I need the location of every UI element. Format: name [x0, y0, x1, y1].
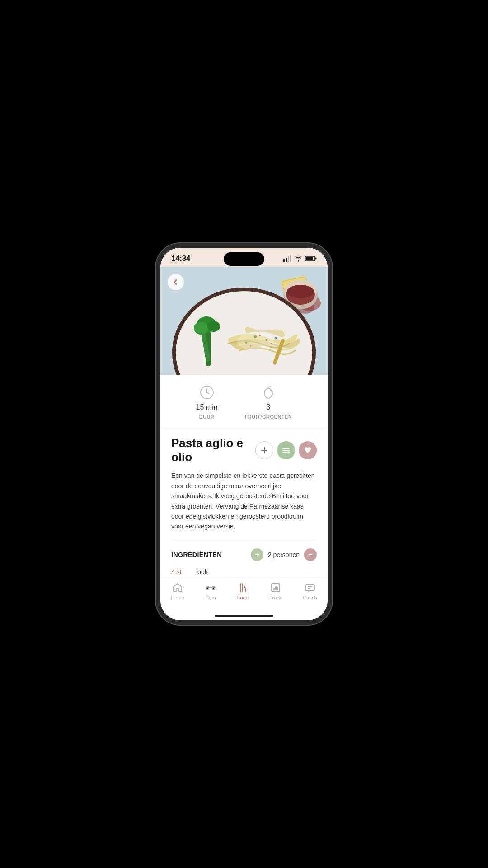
screen: 14:34	[160, 248, 328, 620]
battery-icon	[305, 255, 317, 262]
svg-point-32	[237, 332, 273, 350]
svg-rect-2	[288, 256, 289, 262]
signal-icon	[283, 255, 291, 262]
ingredients-section: INGREDIËNTEN + 2 personen − 4 st look40 …	[160, 539, 328, 576]
svg-point-21	[194, 322, 208, 335]
duration-info: 15 min DUUR	[196, 384, 218, 420]
svg-point-15	[287, 285, 314, 298]
nav-label-food: Food	[237, 595, 249, 600]
servings-text: 2 personen	[268, 551, 300, 558]
pasta-illustration	[160, 267, 328, 375]
chevron-left-icon	[172, 278, 180, 286]
nav-item-coach[interactable]: Coach	[296, 580, 324, 602]
home-indicator	[160, 611, 328, 620]
main-content[interactable]: 15 min DUUR 3 fruit/groenten	[160, 267, 328, 576]
ingredients-header: INGREDIËNTEN + 2 personen −	[171, 548, 317, 561]
wifi-icon	[294, 255, 302, 262]
recipe-description: Een van de simpelste en lekkerste pasta …	[171, 471, 317, 531]
coach-icon	[305, 582, 315, 593]
fruit-icon	[260, 384, 277, 401]
portions-value: 3	[267, 403, 271, 411]
nav-label-track: Track	[269, 595, 282, 600]
status-bar: 14:34	[160, 248, 328, 267]
favorite-button[interactable]	[299, 441, 317, 459]
nav-item-food[interactable]: Food	[230, 580, 256, 602]
add-to-list-button[interactable]	[277, 441, 295, 459]
svg-point-22	[207, 321, 220, 332]
gym-icon	[205, 582, 216, 593]
back-button[interactable]	[168, 274, 184, 290]
svg-point-26	[275, 337, 277, 340]
svg-rect-48	[273, 588, 275, 590]
action-buttons	[255, 441, 317, 459]
svg-rect-1	[286, 258, 287, 262]
ingredients-title: INGREDIËNTEN	[171, 551, 222, 558]
recipe-info-row: 15 min DUUR 3 fruit/groenten	[160, 375, 328, 427]
plus-icon	[261, 447, 268, 454]
recipe-title: Pasta aglio e olio	[171, 436, 250, 464]
hero-image	[160, 267, 328, 375]
svg-rect-51	[305, 585, 314, 591]
nav-item-track[interactable]: Track	[262, 580, 289, 602]
portions-info: 3 fruit/groenten	[245, 384, 292, 420]
nav-item-gym[interactable]: Gym	[198, 580, 223, 602]
svg-rect-3	[290, 255, 291, 262]
ingredient-name: look	[196, 568, 208, 576]
ingredient-amount: 4 st	[171, 568, 196, 576]
nav-label-gym: Gym	[206, 595, 216, 600]
list-icon	[282, 447, 290, 454]
nav-label-home: Home	[171, 595, 184, 600]
recipe-title-row: Pasta aglio e olio	[171, 436, 317, 464]
food-icon	[237, 582, 248, 593]
heart-icon	[304, 447, 312, 454]
phone-frame: 14:34	[156, 243, 332, 625]
servings-control: + 2 personen −	[251, 548, 317, 561]
svg-rect-50	[277, 587, 278, 590]
nav-label-coach: Coach	[303, 595, 317, 600]
add-to-meal-button[interactable]	[255, 441, 273, 459]
home-icon	[172, 582, 183, 593]
servings-decrease-button[interactable]: −	[304, 548, 317, 561]
svg-rect-5	[315, 258, 317, 260]
portions-label: fruit/groenten	[245, 414, 292, 420]
servings-increase-button[interactable]: +	[251, 548, 263, 561]
home-bar	[215, 615, 273, 617]
status-icons	[283, 255, 317, 262]
ingredient-item: 4 st look	[171, 568, 317, 576]
duration-label: DUUR	[199, 414, 215, 420]
svg-point-36	[206, 392, 208, 393]
svg-rect-0	[283, 259, 285, 262]
pasta-scene	[160, 267, 328, 375]
recipe-title-section: Pasta aglio e olio	[160, 427, 328, 539]
dynamic-island	[224, 252, 264, 266]
bottom-nav: Home Gym F	[160, 576, 328, 611]
status-time: 14:34	[171, 254, 190, 263]
svg-rect-6	[306, 257, 313, 260]
duration-value: 15 min	[196, 403, 218, 411]
ingredient-list: 4 st look40 g parmezaanse kaas8 el olijf…	[171, 568, 317, 576]
track-icon	[270, 582, 281, 593]
nav-item-home[interactable]: Home	[164, 580, 191, 602]
svg-rect-49	[275, 586, 277, 590]
clock-icon	[199, 384, 215, 401]
